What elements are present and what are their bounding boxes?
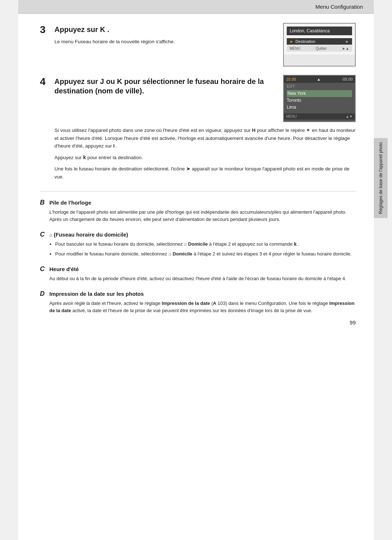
note-d-body: Après avoir réglé la date et l'heure, ac… [49,300,356,315]
cam-destination-row: ► Destination ► [287,38,352,45]
note-d-title: Impression de la date sur les photos [49,291,144,297]
note-b-letter: B [40,199,46,206]
step3-title: Appuyez sur K . [54,25,109,34]
step4-number: 4 [40,77,50,87]
section-step3: 3 Appuyez sur K . Le menu Fuseau horaire… [40,25,356,67]
cam2-bottom: MENU ▲▼ [284,113,355,120]
note-b-title: Pile de l'horloge [49,200,91,206]
note-b: B Pile de l'horloge L'horloge de l'appar… [40,199,356,224]
header-bar: Menu Configuration [18,0,374,14]
note-d-letter: D [40,290,46,298]
note-d: D Impression de la date sur les photos A… [40,290,356,315]
cam2-edt: EDT: [284,83,355,89]
step3-body: Le menu Fuseau horaire de la nouvelle ré… [54,39,175,44]
step3-number: 3 [40,25,50,35]
note-c-letter: C [40,231,46,238]
step4-title: Appuyez sur J ou K pour sélectionner le … [54,77,276,96]
camera-screen-step4: 10:30 ▲ -05:00 EDT: New York Toronto Lim… [283,75,356,122]
side-tab: Réglages de base de l'appareil photo [374,138,388,218]
header-title: Menu Configuration [315,4,363,10]
cam2-cities: New York Toronto Lima [284,89,355,112]
cam2-time: 10:30 [286,77,296,81]
note-b-body: L'horloge de l'appareil photo est alimen… [49,209,356,224]
note-c2-letter: C [40,265,46,273]
note-heure-ete: C Heure d'été Au début ou à la fin de la… [40,265,356,283]
cam2-city-1: Toronto [287,97,352,104]
section-divider-1 [40,191,356,192]
note-c2-title: Heure d'été [49,266,79,272]
note-c-title: ⌂ (Fuseau horaire du domicile) [49,231,128,238]
cam-menu-bottom: MENU Quitter ►▲ [287,45,352,52]
step4-body: Si vous utilisez l'appareil photo dans u… [54,126,356,181]
cam2-city-0: New York [287,90,352,97]
page-container: Menu Configuration Réglages de base de l… [18,0,374,540]
note-c: C ⌂ (Fuseau horaire du domicile) Pour ba… [40,231,356,258]
page-number: 99 [350,319,356,326]
note-c-body: Pour basculer sur le fuseau horaire du d… [49,241,356,258]
camera-screen-step3: London, Casablanca ► Destination ► MENU … [283,23,356,67]
cam2-offset: -05:00 [342,77,353,81]
note-c2-body: Au début ou à la fin de la période d'heu… [49,275,356,283]
cam-city-bar: London, Casablanca [287,27,352,35]
cam2-city-2: Lima [287,104,352,111]
section-step4: 4 Appuyez sur J ou K pour sélectionner l… [40,77,356,181]
main-content: 3 Appuyez sur K . Le menu Fuseau horaire… [18,14,374,333]
